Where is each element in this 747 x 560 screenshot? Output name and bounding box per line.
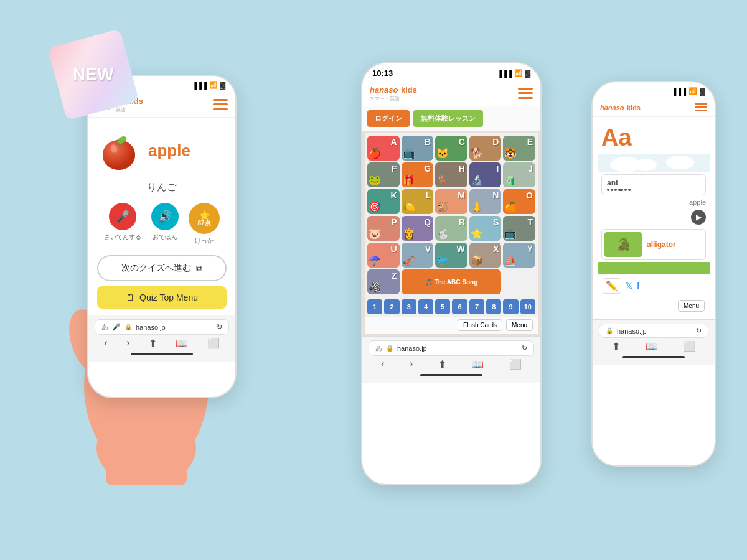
abc-cell-u[interactable]: ☂️U — [367, 243, 400, 268]
abc-cell-g[interactable]: 🎁G — [402, 162, 434, 187]
hamburger-menu-middle[interactable] — [518, 88, 533, 99]
quiz-menu-button[interactable]: 🗒 Quiz Top Menu — [97, 286, 227, 309]
abc-cell-c[interactable]: 🐱C — [435, 136, 467, 161]
nav-back-middle[interactable]: ‹ — [381, 358, 384, 370]
num-cell-7[interactable]: 7 — [469, 299, 484, 314]
abc-cell-k[interactable]: 🎯K — [367, 189, 400, 214]
abc-letter-x: X — [493, 244, 499, 254]
abc-emoji-y: ⛵ — [504, 254, 517, 266]
num-cell-5[interactable]: 5 — [435, 299, 450, 314]
svg-point-6 — [96, 411, 196, 485]
abc-letter-i: I — [497, 164, 499, 174]
abc-cell-t[interactable]: 📺T — [503, 216, 535, 241]
abc-emoji-m: 🐒 — [436, 201, 449, 213]
abc-cell-e[interactable]: 🐯E — [503, 136, 535, 161]
abc-cell-l[interactable]: 🍋L — [402, 189, 434, 214]
refresh-icon-left[interactable]: ↻ — [217, 323, 222, 331]
num-cell-6[interactable]: 6 — [452, 299, 467, 314]
ant-dot-4 — [618, 189, 623, 191]
abc-letter-v: V — [425, 244, 431, 254]
ant-dot-3 — [614, 189, 617, 191]
nav-bookmarks-right[interactable]: 📖 — [646, 340, 658, 352]
nav-bookmarks-left[interactable]: 📖 — [176, 337, 188, 349]
time-middle: 10:13 — [372, 68, 393, 78]
nav-back-left[interactable]: ‹ — [104, 337, 107, 349]
abc-cell-b[interactable]: 📺B — [402, 136, 434, 161]
abc-cell-r[interactable]: 🐇R — [435, 216, 467, 241]
nav-tabs-middle[interactable]: ⬜ — [509, 358, 522, 370]
url-bar-left[interactable]: あ 🎤 🔒 hanaso.jp ↻ — [95, 319, 229, 335]
abc-cell-v[interactable]: 🎻V — [402, 243, 434, 268]
menu-button-middle[interactable]: Menu — [506, 319, 533, 331]
browser-nav-left: ‹ › ⬆ 📖 ⬜ — [95, 335, 229, 350]
num-cell-4[interactable]: 4 — [418, 299, 433, 314]
score-button[interactable]: ⭐ 87点 けっか — [189, 203, 220, 245]
menu-button-right[interactable]: Menu — [678, 300, 705, 312]
big-letter: Aa — [598, 122, 710, 154]
abc-letter-q: Q — [424, 217, 431, 227]
abc-letter-y: Y — [527, 244, 533, 254]
nav-tabs-left[interactable]: ⬜ — [207, 337, 220, 349]
english-word: apple — [148, 141, 190, 161]
abc-cell-q[interactable]: 👸Q — [402, 216, 434, 241]
num-cell-2[interactable]: 2 — [384, 299, 399, 314]
hamburger-menu-left[interactable] — [213, 99, 228, 110]
abc-cell-p[interactable]: 🐷P — [367, 216, 400, 241]
login-area: ログイン 無料体験レッスン — [362, 106, 540, 131]
abc-cell-i[interactable]: 🔬I — [469, 162, 502, 187]
ant-dot-1 — [607, 189, 609, 191]
twitter-icon: 𝕏 — [625, 280, 633, 292]
refresh-icon-middle[interactable]: ↻ — [522, 344, 527, 352]
flash-cards-button[interactable]: Flash Cards — [458, 319, 502, 331]
status-icons-middle: ▐▐▐ 📶 ▓ — [497, 69, 530, 77]
nav-share-left[interactable]: ⬆ — [149, 337, 157, 349]
nav-share-middle[interactable]: ⬆ — [438, 358, 446, 370]
big-letter-display: Aa — [601, 124, 632, 151]
abc-cell-a[interactable]: 🍎A — [367, 136, 400, 161]
abc-cell-x[interactable]: 📦X — [469, 243, 502, 268]
abc-song-label: The ABC Song — [435, 279, 478, 286]
abc-letter-o: O — [526, 190, 533, 200]
wifi-icon-right: 📶 — [688, 87, 697, 95]
abc-cell-m[interactable]: 🐒M — [435, 189, 467, 214]
abc-letter-p: P — [391, 217, 397, 227]
abc-cell-h[interactable]: 🦌H — [435, 162, 467, 187]
mic-button[interactable]: 🎤 さいてんする — [104, 203, 141, 245]
abc-letter-z: Z — [392, 271, 397, 281]
num-cell-3[interactable]: 3 — [402, 299, 416, 314]
mic-small-left: 🎤 — [112, 323, 121, 331]
abc-cell-y[interactable]: ⛵Y — [503, 243, 535, 268]
next-quiz-button[interactable]: 次のクイズへ進む ⧉ — [97, 255, 227, 281]
abc-cell-w[interactable]: 🐦W — [435, 243, 467, 268]
num-cell-8[interactable]: 8 — [486, 299, 501, 314]
nav-forward-left[interactable]: › — [126, 337, 129, 349]
free-lesson-button[interactable]: 無料体験レッスン — [413, 110, 483, 127]
apple-image — [97, 129, 141, 172]
refresh-icon-right[interactable]: ↻ — [696, 327, 702, 335]
speaker-button[interactable]: 🔊 おてほん — [151, 203, 179, 245]
url-bar-middle[interactable]: あ 🔒 hanaso.jp ↻ — [369, 340, 534, 356]
num-cell-10[interactable]: 10 — [520, 299, 535, 314]
abc-cell-n[interactable]: 👃N — [469, 189, 502, 214]
abc-cell-f[interactable]: 🐸F — [367, 162, 400, 187]
abc-emoji-n: 👃 — [471, 201, 483, 213]
abc-cell-z[interactable]: 🦓Z — [367, 269, 400, 294]
abc-emoji-w: 🐦 — [436, 254, 449, 266]
nav-share-right[interactable]: ⬆ — [612, 340, 620, 352]
url-bar-right[interactable]: 🔒 hanaso.jp ↻ — [599, 324, 708, 338]
num-cell-9[interactable]: 9 — [503, 299, 518, 314]
abc-song-cell[interactable]: 🎵The ABC Song — [402, 269, 502, 294]
abc-cell-d[interactable]: 🐕D — [469, 136, 502, 161]
aa-screen-content: Aa ant apple ▶ — [593, 117, 715, 319]
hamburger-menu-right[interactable] — [695, 103, 707, 111]
login-button[interactable]: ログイン — [367, 110, 410, 127]
next-quiz-label: 次のクイズへ進む — [121, 263, 191, 274]
abc-cell-s[interactable]: ⭐S — [469, 216, 502, 241]
abc-cell-j[interactable]: 🧃J — [503, 162, 535, 187]
next-slide-button[interactable]: ▶ — [691, 210, 706, 225]
num-cell-1[interactable]: 1 — [367, 299, 382, 314]
nav-tabs-right[interactable]: ⬜ — [684, 340, 696, 352]
nav-bookmarks-middle[interactable]: 📖 — [471, 358, 484, 370]
nav-forward-middle[interactable]: › — [410, 358, 413, 370]
abc-cell-o[interactable]: 🍊O — [503, 189, 535, 214]
